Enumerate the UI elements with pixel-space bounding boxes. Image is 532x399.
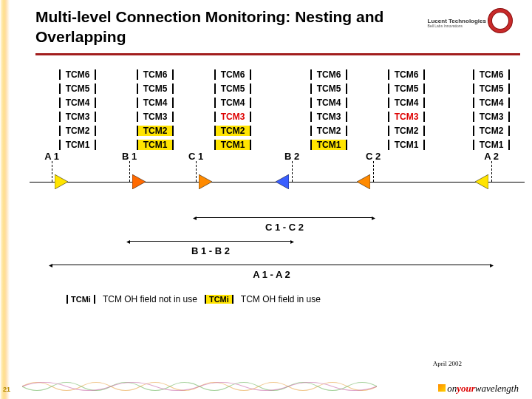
segment-label: A 1 - A 2: [253, 269, 290, 280]
tcm-label: TCM2: [214, 126, 251, 136]
brand-text: Lucent Technologies Bell Labs Innovation…: [428, 18, 486, 29]
node-label: C 1: [188, 151, 203, 162]
wavelength-logo: onyourwavelength: [438, 383, 519, 395]
node-label: B 2: [284, 151, 299, 162]
tcm-label: TCM4: [388, 98, 425, 108]
tcm-cell: TCM2: [214, 124, 292, 137]
arrow-right-icon: ▸: [290, 237, 513, 245]
legend-box-plain: TCMi: [66, 295, 95, 304]
tcm-label: TCM4: [310, 98, 347, 108]
tcm-cell: TCM3: [388, 110, 466, 123]
tcm-label: TCM3: [473, 112, 510, 122]
node-triangle-icon: [132, 174, 146, 189]
tcm-cell: TCM4: [388, 96, 466, 109]
tcm-cell: TCM4: [310, 96, 388, 109]
node-label: C 2: [366, 151, 381, 162]
tcm-cell: TCM1: [473, 138, 532, 151]
arrow-left-icon: ◂: [49, 261, 52, 269]
tcm-cell: TCM2: [388, 124, 466, 137]
segment-line: [52, 265, 491, 265]
tcm-label: TCM5: [473, 83, 510, 94]
page-number: 21: [3, 386, 10, 393]
tcm-cell: TCM6: [137, 68, 214, 81]
tcm-cell: TCM1: [137, 138, 214, 151]
gradient-stripe: [0, 0, 10, 399]
tcm-label: TCM2: [473, 126, 510, 136]
node-dashed-line: [491, 161, 492, 182]
svg-marker-2: [55, 174, 68, 189]
tcm-label: TCM3: [310, 112, 347, 122]
tcm-cell: TCM5: [137, 82, 214, 95]
tcm-label: TCM4: [214, 98, 251, 108]
slide: Multi-level Connection Monitoring: Nesti…: [0, 0, 532, 399]
tcm-cell: TCM6: [59, 68, 137, 81]
tcm-label: TCM6: [137, 69, 174, 80]
tcm-cell: TCM1: [214, 138, 292, 151]
ring-icon: [487, 7, 514, 34]
tcm-cell: TCM4: [473, 96, 532, 109]
logo-your: your: [457, 383, 475, 394]
tcm-row: TCM4TCM4TCM4TCM4TCM4TCM4: [59, 96, 517, 110]
tcm-cell: TCM3: [214, 110, 292, 123]
tcm-label: TCM2: [137, 126, 174, 136]
svg-point-1: [490, 10, 511, 31]
tcm-cell: TCM6: [214, 68, 292, 81]
tcm-cell: TCM3: [59, 110, 137, 123]
tcm-label: TCM1: [310, 140, 347, 150]
tcm-label: TCM6: [310, 69, 347, 80]
segment-label: C 1 - C 2: [265, 222, 304, 233]
tcm-label: TCM6: [388, 69, 425, 80]
title-area: Multi-level Connection Monitoring: Nesti…: [35, 7, 462, 47]
tcm-cell: TCM2: [59, 124, 137, 137]
tcm-cell: TCM3: [137, 110, 214, 123]
node-triangle-icon: [276, 174, 289, 189]
tcm-label: TCM5: [137, 83, 174, 94]
tcm-row: TCM3TCM3TCM3TCM3TCM3TCM3: [59, 110, 517, 124]
segments: ◂▸C 1 - C 2◂▸B 1 - B 2◂▸A 1 - A 2: [44, 208, 510, 279]
slide-title: Multi-level Connection Monitoring: Nesti…: [35, 7, 462, 47]
arrow-left-icon: ◂: [193, 214, 197, 222]
svg-marker-4: [199, 174, 212, 189]
node-dashed-line: [373, 161, 374, 182]
legend: TCMi TCM OH field not in use TCMi TCM OH…: [66, 294, 321, 304]
tcm-label: TCM4: [137, 98, 174, 108]
corner-icon: [438, 384, 446, 392]
tcm-cell: TCM1: [310, 138, 388, 151]
tcm-cell: TCM5: [310, 82, 388, 95]
tcm-cell: TCM6: [473, 68, 532, 81]
tcm-row: TCM6TCM6TCM6TCM6TCM6TCM6: [59, 68, 517, 82]
tcm-cell: TCM2: [310, 124, 388, 137]
tcm-label: TCM6: [59, 69, 96, 80]
node-label: A 2: [484, 151, 499, 162]
tcm-cell: TCM3: [473, 110, 532, 123]
tcm-cell: TCM1: [388, 138, 466, 151]
brand-logo: [487, 7, 514, 34]
tcm-label: TCM1: [473, 140, 510, 150]
segment-line: [129, 241, 292, 242]
tcm-cell: TCM5: [214, 82, 292, 95]
tcm-cell: TCM4: [214, 96, 292, 109]
tcm-label: TCM3: [59, 112, 96, 122]
arrow-left-icon: ◂: [126, 237, 130, 245]
tcm-label: TCM6: [214, 69, 251, 80]
tcm-label: TCM1: [214, 140, 251, 150]
tcm-cell: TCM4: [59, 96, 137, 109]
node-triangle-icon: [475, 174, 488, 189]
legend-not-in-use: TCM OH field not in use: [103, 294, 197, 304]
tcm-cell: TCM2: [473, 124, 532, 137]
svg-marker-6: [357, 174, 370, 189]
tcm-label: TCM5: [214, 83, 251, 94]
node-label: A 1: [44, 151, 59, 162]
tcm-cell: TCM4: [137, 96, 214, 109]
tcm-label: TCM3: [214, 112, 251, 122]
node-dashed-line: [129, 161, 130, 182]
tcm-label: TCM1: [388, 140, 425, 150]
logo-rest: wavelength: [475, 383, 519, 394]
segment: ◂▸B 1 - B 2: [44, 232, 510, 256]
tcm-cell: TCM5: [59, 82, 137, 95]
footer-date: April 2002: [433, 360, 462, 367]
tcm-grid: TCM6TCM6TCM6TCM6TCM6TCM6TCM5TCM5TCM5TCM5…: [59, 68, 517, 152]
tcm-label: TCM2: [59, 126, 96, 136]
tcm-label: TCM6: [473, 69, 510, 80]
tcm-cell: TCM6: [388, 68, 466, 81]
